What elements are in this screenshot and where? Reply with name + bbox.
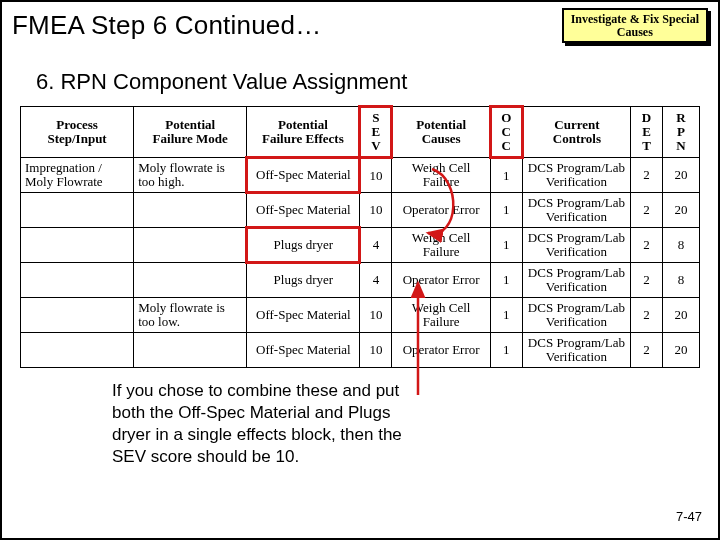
- col-mode: PotentialFailure Mode: [134, 107, 247, 158]
- col-process: ProcessStep/Input: [21, 107, 134, 158]
- cell-sev: 10: [360, 158, 392, 193]
- cell-mode: Moly flowrate is too high.: [134, 158, 247, 193]
- cell-process: [21, 228, 134, 263]
- cell-occ: 1: [490, 158, 522, 193]
- table-header-row: ProcessStep/Input PotentialFailure Mode …: [21, 107, 700, 158]
- table-row: Plugs dryer4Operator Error1DCS Program/L…: [21, 263, 700, 298]
- cell-effects: Off-Spec Material: [247, 158, 360, 193]
- cell-occ: 1: [490, 263, 522, 298]
- cell-process: [21, 298, 134, 333]
- cell-det: 2: [631, 228, 663, 263]
- fmea-table-wrap: ProcessStep/Input PotentialFailure Mode …: [20, 105, 700, 368]
- cell-rpn: 20: [663, 298, 700, 333]
- cell-effects: Off-Spec Material: [247, 193, 360, 228]
- table-row: Moly flowrate is too low.Off-Spec Materi…: [21, 298, 700, 333]
- badge-line2: Causes: [617, 25, 653, 39]
- cell-occ: 1: [490, 333, 522, 368]
- cell-process: [21, 333, 134, 368]
- cell-causes: Weigh Cell Failure: [392, 158, 490, 193]
- cell-rpn: 8: [663, 228, 700, 263]
- cell-controls: DCS Program/Lab Verification: [522, 158, 630, 193]
- subheading: 6. RPN Component Value Assignment: [2, 41, 718, 105]
- cell-effects: Off-Spec Material: [247, 298, 360, 333]
- cell-causes: Weigh Cell Failure: [392, 298, 490, 333]
- table-body: Impregnation / Moly FlowrateMoly flowrat…: [21, 158, 700, 368]
- cell-sev: 4: [360, 263, 392, 298]
- cell-controls: DCS Program/Lab Verification: [522, 228, 630, 263]
- cell-det: 2: [631, 193, 663, 228]
- col-effects: PotentialFailure Effects: [247, 107, 360, 158]
- col-causes: PotentialCauses: [392, 107, 490, 158]
- cell-rpn: 20: [663, 333, 700, 368]
- cell-rpn: 8: [663, 263, 700, 298]
- cell-mode: Moly flowrate is too low.: [134, 298, 247, 333]
- badge-investigate-causes: Investigate & Fix Special Causes: [562, 8, 708, 43]
- cell-process: Impregnation / Moly Flowrate: [21, 158, 134, 193]
- cell-occ: 1: [490, 228, 522, 263]
- cell-sev: 4: [360, 228, 392, 263]
- col-det: DET: [631, 107, 663, 158]
- cell-sev: 10: [360, 193, 392, 228]
- cell-occ: 1: [490, 298, 522, 333]
- cell-det: 2: [631, 263, 663, 298]
- cell-sev: 10: [360, 333, 392, 368]
- table-row: Off-Spec Material10Operator Error1DCS Pr…: [21, 193, 700, 228]
- cell-sev: 10: [360, 298, 392, 333]
- cell-effects: Plugs dryer: [247, 228, 360, 263]
- cell-mode: [134, 228, 247, 263]
- col-controls: CurrentControls: [522, 107, 630, 158]
- annotation-text: If you chose to combine these and put bo…: [2, 368, 432, 467]
- cell-rpn: 20: [663, 193, 700, 228]
- col-occ: OCC: [490, 107, 522, 158]
- cell-mode: [134, 333, 247, 368]
- cell-controls: DCS Program/Lab Verification: [522, 263, 630, 298]
- cell-controls: DCS Program/Lab Verification: [522, 333, 630, 368]
- fmea-table: ProcessStep/Input PotentialFailure Mode …: [20, 105, 700, 368]
- cell-causes: Operator Error: [392, 263, 490, 298]
- cell-det: 2: [631, 298, 663, 333]
- cell-causes: Operator Error: [392, 193, 490, 228]
- cell-controls: DCS Program/Lab Verification: [522, 298, 630, 333]
- cell-causes: Weigh Cell Failure: [392, 228, 490, 263]
- cell-mode: [134, 193, 247, 228]
- cell-effects: Plugs dryer: [247, 263, 360, 298]
- cell-causes: Operator Error: [392, 333, 490, 368]
- cell-det: 2: [631, 333, 663, 368]
- table-row: Impregnation / Moly FlowrateMoly flowrat…: [21, 158, 700, 193]
- table-row: Off-Spec Material10Operator Error1DCS Pr…: [21, 333, 700, 368]
- cell-mode: [134, 263, 247, 298]
- cell-effects: Off-Spec Material: [247, 333, 360, 368]
- cell-occ: 1: [490, 193, 522, 228]
- cell-rpn: 20: [663, 158, 700, 193]
- cell-process: [21, 263, 134, 298]
- cell-controls: DCS Program/Lab Verification: [522, 193, 630, 228]
- col-sev: SEV: [360, 107, 392, 158]
- col-rpn: RPN: [663, 107, 700, 158]
- page-number: 7-47: [676, 509, 702, 524]
- table-row: Plugs dryer4Weigh Cell Failure1DCS Progr…: [21, 228, 700, 263]
- cell-process: [21, 193, 134, 228]
- cell-det: 2: [631, 158, 663, 193]
